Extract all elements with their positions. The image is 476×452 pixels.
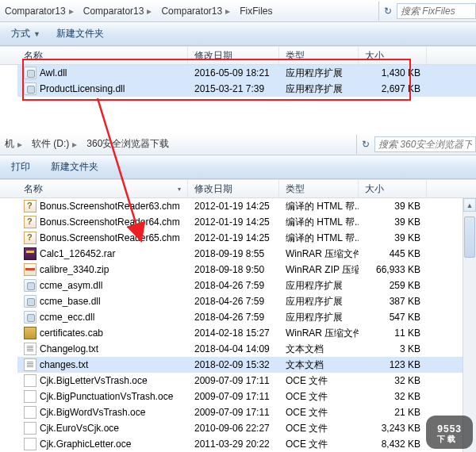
print-button[interactable]: 打印	[5, 159, 36, 176]
crumb[interactable]: Comparator13▸	[0, 2, 79, 21]
crumb[interactable]: Comparator13▸	[79, 2, 157, 21]
table-row[interactable]: Calc1_126452.rar2018-09-19 8:55WinRAR 压缩…	[17, 246, 476, 262]
header-type[interactable]: 类型	[279, 180, 359, 197]
file-size: 21 KB	[359, 407, 427, 418]
file-type: 文本文档	[279, 358, 359, 372]
table-row[interactable]: ccme_asym.dll2018-04-26 7:59应用程序扩展259 KB	[17, 278, 476, 293]
table-row[interactable]: Bonus.ScreenshotReader65.chm2012-01-19 1…	[17, 230, 476, 246]
file-type: 编译的 HTML 帮...	[279, 200, 359, 213]
file-name: Awl.dll	[40, 67, 67, 79]
table-row[interactable]: Changelog.txt2018-04-04 14:09文本文档3 KB	[17, 341, 476, 357]
new-folder-button[interactable]: 新建文件夹	[44, 159, 105, 176]
scroll-up-icon[interactable]: ▲	[463, 198, 476, 212]
file-name: Calc1_126452.rar	[40, 248, 115, 259]
table-row[interactable]: calibre_3340.zip2018-09-18 9:50WinRAR ZI…	[17, 262, 476, 278]
crumb[interactable]: Comparator13▸	[156, 2, 235, 21]
scroll-thumb[interactable]	[464, 216, 475, 258]
file-name: ccme_ecc.dll	[40, 312, 94, 323]
crumb[interactable]: 软件 (D:)▸	[27, 135, 82, 154]
view-menu[interactable]: 方式▼	[5, 25, 47, 43]
oce-icon	[24, 374, 36, 387]
file-date: 2009-07-09 17:11	[188, 375, 279, 386]
toolbar: 打印 新建文件夹	[0, 155, 476, 179]
file-name: Bonus.ScreenshotReader65.chm	[40, 232, 180, 243]
dll-icon	[24, 279, 36, 292]
header-name[interactable]: 名称	[17, 47, 188, 64]
table-row[interactable]: ccme_ecc.dll2018-04-26 7:59应用程序扩展547 KB	[17, 309, 476, 325]
file-size: 2,697 KB	[359, 83, 427, 94]
file-type: 应用程序扩展	[279, 67, 359, 80]
file-type: 编译的 HTML 帮...	[279, 232, 359, 245]
file-size: 3,243 KB	[359, 423, 427, 434]
table-row[interactable]: Bonus.ScreenshotReader63.chm2012-01-19 1…	[17, 198, 476, 214]
header-size[interactable]: 大小	[359, 180, 427, 197]
file-size: 123 KB	[359, 359, 427, 370]
chm-icon	[24, 216, 36, 228]
table-row[interactable]: Awl.dll2016-05-09 18:21应用程序扩展1,430 KB	[17, 65, 476, 81]
file-type: 应用程序扩展	[279, 279, 359, 293]
table-row[interactable]: certificates.cab2014-02-18 15:27WinRAR 压…	[17, 325, 476, 341]
crumb-prefix[interactable]: 机▸	[0, 135, 27, 154]
file-date: 2014-02-18 15:27	[188, 328, 279, 339]
file-type: OCE 文件	[279, 374, 359, 388]
file-date: 2009-07-09 17:11	[188, 407, 279, 418]
file-type: 编译的 HTML 帮...	[279, 216, 359, 229]
file-date: 2018-09-19 8:55	[188, 248, 279, 259]
crumb[interactable]: FixFiles	[235, 2, 277, 21]
file-date: 2012-01-19 14:25	[188, 201, 279, 212]
file-date: 2015-03-21 7:39	[188, 83, 279, 94]
file-type: OCE 文件	[279, 390, 359, 404]
file-size: 259 KB	[359, 280, 427, 291]
file-size: 445 KB	[359, 248, 427, 259]
refresh-icon[interactable]: ↻	[357, 136, 374, 153]
header-name[interactable]: 名称▾	[17, 180, 188, 197]
dll-icon	[24, 311, 36, 324]
file-name: ccme_asym.dll	[40, 280, 102, 291]
file-type: OCE 文件	[279, 406, 359, 419]
table-row[interactable]: Cjk.BigLetterVsTrash.oce2009-07-09 17:11…	[17, 373, 476, 389]
oce-icon	[24, 406, 36, 419]
header-date[interactable]: 修改日期	[188, 180, 279, 197]
rar-icon	[24, 247, 36, 260]
file-name: Bonus.ScreenshotReader63.chm	[40, 201, 180, 212]
header-type[interactable]: 类型	[279, 47, 359, 64]
table-row[interactable]: changes.txt2018-02-09 15:32文本文档123 KB	[17, 357, 476, 373]
file-size: 32 KB	[359, 375, 427, 386]
file-size: 32 KB	[359, 391, 427, 402]
header-date[interactable]: 修改日期	[188, 47, 279, 64]
file-size: 11 KB	[359, 328, 427, 339]
file-date: 2018-04-26 7:59	[188, 296, 279, 307]
file-type: 应用程序扩展	[279, 82, 359, 96]
search-input[interactable]	[397, 3, 476, 19]
table-row[interactable]: ProductLicensing.dll2015-03-21 7:39应用程序扩…	[17, 81, 476, 97]
table-row[interactable]: Bonus.ScreenshotReader64.chm2012-01-19 1…	[17, 214, 476, 230]
table-row[interactable]: Cjk.BigWordVsTrash.oce2009-07-09 17:11OC…	[17, 404, 476, 420]
oce-icon	[24, 390, 36, 403]
chm-icon	[24, 200, 36, 213]
crumb[interactable]: 360安全浏览器下载	[82, 135, 174, 154]
new-folder-button[interactable]: 新建文件夹	[50, 25, 110, 43]
table-row[interactable]: Cjk.GraphicLetter.oce2011-03-29 20:22OCE…	[17, 436, 476, 452]
window-source: Comparator13▸ Comparator13▸ Comparator13…	[0, 0, 476, 128]
file-date: 2018-04-26 7:59	[188, 312, 279, 323]
file-list: Awl.dll2016-05-09 18:21应用程序扩展1,430 KBPro…	[0, 65, 476, 128]
file-type: OCE 文件	[279, 438, 359, 451]
chm-icon	[24, 232, 36, 244]
zip-icon	[24, 263, 36, 276]
table-row[interactable]: ccme_base.dll2018-04-26 7:59应用程序扩展387 KB	[17, 293, 476, 309]
file-type: WinRAR 压缩文件	[279, 327, 359, 340]
refresh-icon[interactable]: ↻	[379, 2, 397, 20]
header-size[interactable]: 大小	[359, 47, 427, 64]
search-input[interactable]	[374, 136, 476, 152]
file-name: Cjk.BigWordVsTrash.oce	[40, 407, 145, 418]
file-type: 应用程序扩展	[279, 295, 359, 308]
table-row[interactable]: Cjk.EuroVsCjk.oce2010-09-06 22:27OCE 文件3…	[17, 420, 476, 436]
file-list: Bonus.ScreenshotReader63.chm2012-01-19 1…	[0, 198, 476, 452]
table-row[interactable]: Cjk.BigPunctuationVsTrash.oce2009-07-09 …	[17, 389, 476, 404]
file-name: Cjk.BigPunctuationVsTrash.oce	[40, 391, 173, 402]
window-target: 机▸ 软件 (D:)▸ 360安全浏览器下载 ↻ 打印 新建文件夹 名称▾ 修改…	[0, 133, 476, 452]
file-date: 2018-04-04 14:09	[188, 343, 279, 354]
file-date: 2012-01-19 14:25	[188, 216, 279, 228]
toolbar: 方式▼ 新建文件夹	[0, 22, 476, 46]
scrollbar[interactable]: ▲ ▼	[463, 198, 476, 452]
